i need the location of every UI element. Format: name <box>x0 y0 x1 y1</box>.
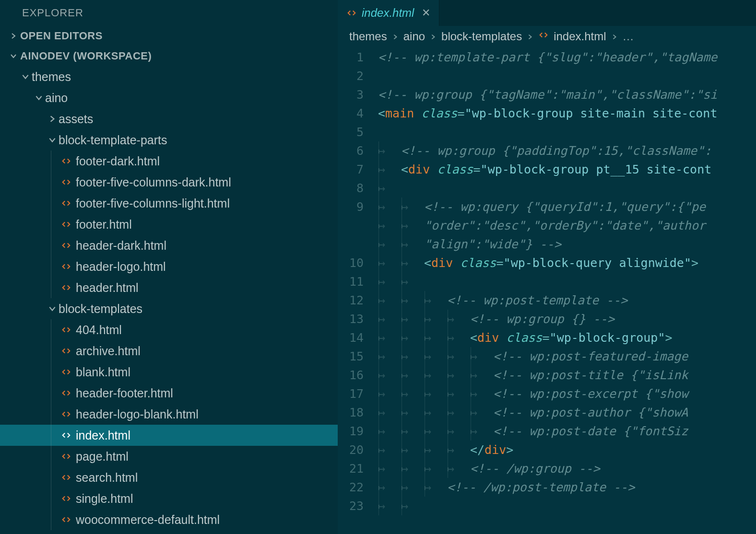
code-line: <!-- wp:group {"tagName":"main","classNa… <box>378 85 756 104</box>
breadcrumbs[interactable]: themesainoblock-templatesindex.html… <box>338 26 756 48</box>
tab-index-html[interactable]: index.html ✕ <box>338 0 439 26</box>
code-line <box>378 123 756 141</box>
file-row[interactable]: index.html <box>0 425 338 446</box>
open-editors-section[interactable]: OPEN EDITORS <box>0 26 338 46</box>
line-number: 13 <box>338 310 364 328</box>
folder-row[interactable]: aino <box>0 87 338 108</box>
html-file-icon <box>59 156 73 166</box>
tree-item-label: footer-five-columns-dark.html <box>76 175 231 189</box>
tree-item-label: page.html <box>76 450 129 464</box>
explorer-title: EXPLORER <box>0 0 338 26</box>
breadcrumb-segment[interactable]: aino <box>403 30 425 43</box>
file-row[interactable]: header-footer.html <box>0 383 338 404</box>
line-number: 15 <box>338 347 364 366</box>
file-row[interactable]: header.html <box>0 277 338 298</box>
line-number: 14 <box>338 328 364 347</box>
file-row[interactable]: 404.html <box>0 319 338 340</box>
chevron-right-icon <box>46 115 59 123</box>
code-line: ↦↦↦<!-- /wp:post-template --> <box>378 478 756 497</box>
tree-item-label: header.html <box>76 281 139 295</box>
file-row[interactable]: footer-five-columns-dark.html <box>0 172 338 193</box>
file-tree: themesainoassetsblock-template-partsfoot… <box>0 66 338 534</box>
chevron-down-icon <box>33 93 45 102</box>
breadcrumb-segment[interactable]: index.html <box>554 30 606 43</box>
line-number: 11 <box>338 272 364 291</box>
file-row[interactable]: single.html <box>0 488 338 509</box>
html-file-icon <box>59 198 73 209</box>
open-editors-label: OPEN EDITORS <box>20 30 103 42</box>
line-number: 19 <box>338 422 364 441</box>
html-file-icon <box>59 282 73 293</box>
file-row[interactable]: header-logo.html <box>0 256 338 277</box>
file-row[interactable]: page.html <box>0 446 338 467</box>
code-line: ↦↦↦↦↦<!-- wp:post-author {"showA <box>378 403 756 422</box>
breadcrumb-segment[interactable]: block-templates <box>441 30 522 43</box>
line-number: 2 <box>338 67 364 85</box>
tab-label: index.html <box>362 6 414 20</box>
file-row[interactable]: footer-five-columns-light.html <box>0 193 338 214</box>
tree-item-label: assets <box>59 112 93 126</box>
code-content[interactable]: <!-- wp:template-part {"slug":"header","… <box>378 48 756 534</box>
tree-item-label: 404.html <box>76 323 122 337</box>
html-file-icon <box>538 30 549 43</box>
line-number: 6 <box>338 141 364 160</box>
code-line: ↦↦↦<!-- wp:post-template --> <box>378 291 756 310</box>
code-line: ↦ <box>378 179 756 197</box>
html-file-icon <box>59 346 73 356</box>
breadcrumb-segment[interactable]: themes <box>349 30 387 43</box>
html-file-icon <box>59 451 73 462</box>
html-file-icon <box>59 177 73 187</box>
line-number: 4 <box>338 104 364 123</box>
folder-row[interactable]: assets <box>0 108 338 129</box>
tree-item-label: search.html <box>76 471 138 485</box>
code-line: <!-- wp:template-part {"slug":"header","… <box>378 48 756 67</box>
chevron-down-icon <box>9 52 18 60</box>
line-number: 3 <box>338 85 364 104</box>
file-row[interactable]: woocommerce-default.html <box>0 509 338 530</box>
file-row[interactable]: header-dark.html <box>0 235 338 256</box>
tree-item-label: themes <box>32 70 71 84</box>
file-row[interactable]: search.html <box>0 467 338 488</box>
code-line: ↦↦↦↦<div class="wp-block-group"> <box>378 328 756 347</box>
file-row[interactable]: footer-dark.html <box>0 151 338 172</box>
tree-item-label: block-template-parts <box>59 133 167 147</box>
file-row[interactable]: header-logo-blank.html <box>0 404 338 425</box>
file-row[interactable]: blank.html <box>0 361 338 383</box>
code-line: ↦↦↦↦↦<!-- wp:post-title {"isLink <box>378 366 756 384</box>
folder-row[interactable]: themes <box>0 66 338 87</box>
line-number: 5 <box>338 123 364 141</box>
chevron-right-icon <box>430 30 437 43</box>
chevron-down-icon <box>46 304 59 313</box>
code-line: <main class="wp-block-group site-main si… <box>378 104 756 123</box>
editor-pane: index.html ✕ themesainoblock-templatesin… <box>338 0 756 534</box>
workspace-label: AINODEV (WORKSPACE) <box>20 50 152 62</box>
line-number <box>338 216 364 235</box>
line-number: 20 <box>338 441 364 459</box>
workspace-section[interactable]: AINODEV (WORKSPACE) <box>0 46 338 66</box>
tree-item-label: aino <box>45 91 68 105</box>
html-file-icon <box>59 409 73 419</box>
code-line: ↦<!-- wp:group {"paddingTop":15,"classNa… <box>378 141 756 160</box>
line-number: 9 <box>338 197 364 216</box>
line-number: 1 <box>338 48 364 67</box>
file-row[interactable]: archive.html <box>0 340 338 361</box>
chevron-down-icon <box>46 136 59 144</box>
line-number <box>338 235 364 254</box>
tree-item-label: woocommerce-default.html <box>76 513 220 527</box>
tree-item-label: header-logo-blank.html <box>76 407 199 421</box>
html-file-icon <box>59 430 73 441</box>
tree-item-label: footer.html <box>76 218 132 232</box>
file-row[interactable]: footer.html <box>0 214 338 235</box>
tab-bar: index.html ✕ <box>338 0 756 26</box>
code-line: ↦↦"align":"wide"} --> <box>378 235 756 254</box>
code-line: ↦↦↦↦↦<!-- wp:post-date {"fontSiz <box>378 422 756 441</box>
folder-row[interactable]: block-template-parts <box>0 129 338 151</box>
code-line: ↦↦<div class="wp-block-query alignwide"> <box>378 254 756 272</box>
tree-item-label: header-footer.html <box>76 386 173 400</box>
code-line: ↦↦↦↦↦<!-- wp:post-featured-image <box>378 347 756 366</box>
code-line: ↦↦↦↦<!-- wp:group {} --> <box>378 310 756 328</box>
code-line: ↦↦↦↦<!-- /wp:group --> <box>378 459 756 478</box>
folder-row[interactable]: block-templates <box>0 298 338 319</box>
close-icon[interactable]: ✕ <box>422 7 430 19</box>
breadcrumb-ellipsis[interactable]: … <box>623 30 634 43</box>
